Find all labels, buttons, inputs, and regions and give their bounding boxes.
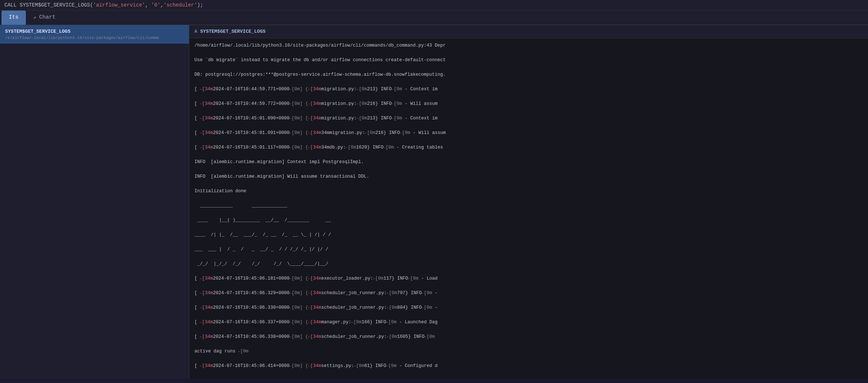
header-icon: A xyxy=(194,29,197,34)
chart-tab-icon: ↗ xyxy=(33,14,36,20)
tab-results[interactable]: Its xyxy=(1,11,26,25)
top-bar: CALL SYSTEM$GET_SERVICE_LOGS('airflow_se… xyxy=(0,0,868,11)
item-path: /e/airflow/.local/lib/python3.10/site-pa… xyxy=(5,36,184,40)
right-panel-title: SYSTEM$GET_SERVICE_LOGS xyxy=(200,29,265,34)
right-panel-header: A SYSTEM$GET_SERVICE_LOGS xyxy=(189,25,868,38)
tab-chart[interactable]: ↗ Chart xyxy=(26,11,63,25)
item-title: SYSTEM$GET_SERVICE_LOGS xyxy=(5,29,184,34)
sql-command: CALL xyxy=(4,2,20,8)
log-output[interactable]: /home/airflow/.local/lib/python3.10/site… xyxy=(189,38,868,379)
tab-bar: Its ↗ Chart xyxy=(0,11,868,25)
chart-tab-label: Chart xyxy=(39,14,55,20)
right-panel: A SYSTEM$GET_SERVICE_LOGS /home/airflow/… xyxy=(189,25,868,379)
list-item[interactable]: SYSTEM$GET_SERVICE_LOGS /e/airflow/.loca… xyxy=(0,25,189,44)
left-panel: SYSTEM$GET_SERVICE_LOGS /e/airflow/.loca… xyxy=(0,25,189,379)
results-tab-label: Its xyxy=(9,14,19,20)
main-content: SYSTEM$GET_SERVICE_LOGS /e/airflow/.loca… xyxy=(0,25,868,379)
